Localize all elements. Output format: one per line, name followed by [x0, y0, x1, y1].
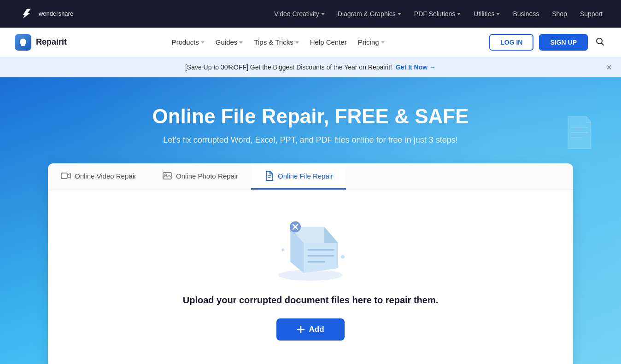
search-icon — [595, 37, 604, 46]
repairit-brand-name: Repairit — [36, 37, 67, 47]
nav-auth-buttons: LOG IN SIGN UP — [489, 34, 606, 51]
secondary-navigation: Repairit Products Guides Tips & Tricks H… — [0, 28, 621, 57]
nav-products[interactable]: Products — [172, 38, 205, 46]
chevron-down-icon — [381, 41, 385, 44]
svg-point-9 — [164, 174, 166, 176]
top-nav-support[interactable]: Support — [580, 10, 603, 17]
tab-photo-label: Online Photo Repair — [176, 172, 238, 180]
chevron-down-icon — [201, 41, 205, 44]
chevron-down-icon — [496, 13, 500, 15]
tab-photo-repair[interactable]: Online Photo Repair — [149, 163, 251, 190]
svg-rect-8 — [163, 173, 171, 179]
chevron-down-icon — [398, 13, 401, 15]
top-nav-pdf[interactable]: PDF Solutions — [414, 10, 461, 17]
hero-section: Online File Repair, FREE & SAFE Let's fi… — [0, 77, 621, 364]
add-file-button[interactable]: Add — [276, 318, 344, 341]
repair-card: Online Video Repair Online Photo Repair — [48, 163, 573, 364]
repairit-logo[interactable]: Repairit — [15, 34, 67, 51]
top-nav-utilities[interactable]: Utilities — [474, 10, 500, 17]
wondershare-name: wondershare — [39, 10, 73, 17]
plus-icon — [297, 325, 305, 334]
top-nav-links: Video Creativity Diagram & Graphics PDF … — [274, 10, 603, 17]
file-icon — [264, 171, 274, 181]
login-button[interactable]: LOG IN — [489, 34, 533, 51]
hero-subtitle: Let's fix corrupted Word, Excel, PPT, an… — [163, 135, 457, 145]
photo-icon — [162, 171, 172, 181]
tab-video-label: Online Video Repair — [75, 172, 136, 180]
add-button-label: Add — [309, 325, 324, 334]
repairit-logo-icon — [15, 34, 31, 51]
second-nav-links: Products Guides Tips & Tricks Help Cente… — [172, 38, 385, 46]
tab-video-repair[interactable]: Online Video Repair — [48, 163, 149, 190]
tab-file-repair[interactable]: Online File Repair — [251, 163, 346, 190]
video-camera-icon — [61, 171, 71, 181]
top-nav-video[interactable]: Video Creativity — [274, 10, 325, 17]
chevron-down-icon — [239, 41, 243, 44]
signup-button[interactable]: SIGN UP — [539, 34, 588, 51]
chevron-down-icon — [321, 13, 325, 15]
chevron-down-icon — [295, 41, 299, 44]
svg-point-19 — [341, 255, 345, 259]
nav-pricing[interactable]: Pricing — [358, 38, 385, 46]
nav-tips-tricks[interactable]: Tips & Tricks — [254, 38, 299, 46]
svg-line-3 — [602, 43, 604, 46]
repair-tabs: Online Video Repair Online Photo Repair — [48, 163, 573, 190]
banner-cta-link[interactable]: Get It Now → — [396, 64, 436, 71]
decorative-paper-icon — [566, 114, 593, 151]
tab-file-label: Online File Repair — [278, 172, 333, 180]
nav-help-center[interactable]: Help Center — [310, 38, 347, 46]
top-nav-shop[interactable]: Shop — [552, 10, 567, 17]
upload-instruction-text: Upload your corrupted document files her… — [183, 295, 439, 306]
hero-title: Online File Repair, FREE & SAFE — [152, 105, 469, 128]
svg-point-20 — [281, 248, 284, 251]
top-nav-business[interactable]: Business — [513, 10, 539, 17]
card-body: Upload your corrupted document files her… — [48, 190, 573, 364]
nav-guides[interactable]: Guides — [216, 38, 243, 46]
banner-close-button[interactable]: × — [606, 62, 612, 73]
promo-banner: [Save Up to 30%OFF] Get the Biggest Disc… — [0, 57, 621, 77]
top-navigation: wondershare Video Creativity Diagram & G… — [0, 0, 621, 28]
search-button[interactable] — [593, 35, 606, 49]
chevron-down-icon — [457, 13, 461, 15]
top-nav-diagram[interactable]: Diagram & Graphics — [338, 10, 401, 17]
banner-text: [Save Up to 30%OFF] Get the Biggest Disc… — [185, 64, 392, 71]
file-illustration — [264, 208, 357, 282]
svg-rect-7 — [61, 173, 67, 179]
svg-rect-1 — [21, 45, 25, 46]
wondershare-logo[interactable]: wondershare — [18, 6, 73, 22]
